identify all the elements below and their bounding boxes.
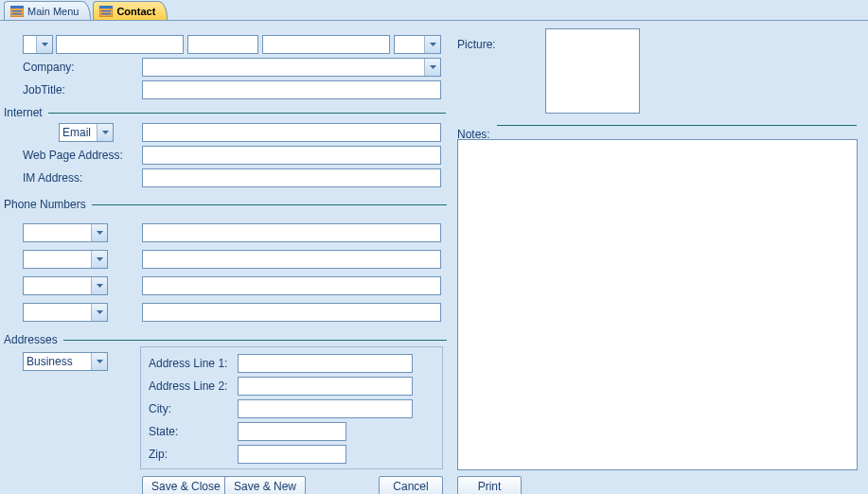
- tab-contact[interactable]: Contact: [93, 1, 168, 20]
- phone2-type-combo[interactable]: [23, 250, 108, 269]
- email-field[interactable]: [142, 123, 441, 142]
- phone1-field[interactable]: [142, 223, 441, 242]
- print-button[interactable]: Print: [457, 476, 522, 494]
- svg-marker-11: [102, 131, 109, 134]
- svg-rect-2: [12, 10, 22, 12]
- svg-rect-5: [99, 6, 113, 9]
- picture-box[interactable]: [545, 28, 640, 114]
- jobtitle-field[interactable]: [142, 80, 441, 99]
- phone4-field[interactable]: [142, 303, 441, 322]
- state-label: State:: [149, 425, 178, 438]
- svg-marker-13: [97, 257, 103, 261]
- form-icon: [10, 6, 24, 17]
- chevron-down-icon: [36, 36, 52, 53]
- svg-marker-14: [97, 284, 103, 288]
- section-internet: Internet: [4, 106, 446, 119]
- phone2-field[interactable]: [142, 250, 441, 269]
- addr1-label: Address Line 1:: [149, 357, 227, 370]
- button-label: Cancel: [393, 480, 428, 493]
- button-label: Print: [478, 480, 502, 493]
- zip-field[interactable]: [238, 445, 346, 464]
- svg-marker-15: [97, 310, 103, 314]
- suffix-combo[interactable]: [394, 35, 441, 54]
- tab-label: Main Menu: [27, 6, 79, 17]
- addr2-field[interactable]: [238, 377, 413, 396]
- section-label: Addresses: [4, 333, 58, 346]
- im-field[interactable]: [142, 168, 441, 187]
- section-label: Internet: [4, 106, 43, 119]
- tab-label: Contact: [116, 6, 155, 17]
- svg-marker-8: [42, 43, 48, 46]
- svg-rect-1: [10, 6, 24, 9]
- last-name-field[interactable]: [262, 35, 390, 54]
- prefix-combo[interactable]: [23, 35, 53, 54]
- button-label: Save & New: [234, 480, 296, 493]
- middle-name-field[interactable]: [187, 35, 258, 54]
- phone3-type-combo[interactable]: [23, 276, 108, 295]
- jobtitle-label: JobTitle:: [23, 83, 65, 97]
- chevron-down-icon: [97, 124, 113, 141]
- address-frame: Address Line 1: Address Line 2: City: St…: [140, 346, 443, 469]
- chevron-down-icon: [424, 36, 440, 53]
- section-label: Phone Numbers: [4, 198, 86, 211]
- chevron-down-icon: [91, 224, 107, 241]
- chevron-down-icon: [91, 353, 107, 370]
- form-icon: [99, 6, 113, 17]
- svg-rect-7: [101, 13, 111, 15]
- email-type-value: Email: [60, 126, 97, 139]
- section-addresses: Addresses: [4, 333, 447, 346]
- im-label: IM Address:: [23, 171, 82, 185]
- tab-strip: Main Menu Contact: [0, 0, 868, 21]
- webpage-label: Web Page Address:: [23, 149, 123, 162]
- phone3-field[interactable]: [142, 276, 441, 295]
- svg-rect-3: [12, 13, 22, 15]
- svg-rect-6: [101, 10, 111, 12]
- addr2-label: Address Line 2:: [149, 379, 227, 393]
- zip-label: Zip:: [149, 448, 168, 461]
- webpage-field[interactable]: [142, 146, 441, 165]
- city-label: City:: [149, 402, 171, 415]
- notes-rule: [497, 125, 857, 126]
- addr1-field[interactable]: [238, 354, 413, 373]
- svg-marker-12: [97, 231, 103, 235]
- address-type-combo[interactable]: Business: [23, 352, 108, 371]
- address-type-value: Business: [24, 355, 91, 368]
- button-label: Save & Close: [151, 480, 221, 493]
- section-phone: Phone Numbers: [4, 198, 447, 211]
- svg-marker-9: [430, 43, 436, 46]
- phone4-type-combo[interactable]: [23, 303, 108, 322]
- company-combo[interactable]: [142, 58, 441, 77]
- company-label: Company:: [23, 61, 75, 74]
- save-new-button[interactable]: Save & New: [224, 476, 306, 494]
- chevron-down-icon: [91, 277, 107, 294]
- svg-marker-10: [430, 65, 436, 69]
- tab-main-menu[interactable]: Main Menu: [4, 1, 91, 20]
- save-close-button[interactable]: Save & Close: [142, 476, 230, 494]
- svg-marker-16: [97, 360, 103, 363]
- cancel-button[interactable]: Cancel: [379, 476, 443, 494]
- chevron-down-icon: [424, 59, 440, 76]
- first-name-field[interactable]: [56, 35, 184, 54]
- chevron-down-icon: [91, 251, 107, 268]
- email-type-combo[interactable]: Email: [59, 123, 114, 142]
- phone1-type-combo[interactable]: [23, 223, 108, 242]
- notes-field[interactable]: [457, 139, 858, 470]
- state-field[interactable]: [238, 422, 346, 441]
- picture-label: Picture:: [457, 38, 496, 51]
- contact-form: Company: JobTitle: Internet Email Web Pa…: [0, 21, 868, 494]
- chevron-down-icon: [91, 304, 107, 321]
- city-field[interactable]: [238, 399, 413, 418]
